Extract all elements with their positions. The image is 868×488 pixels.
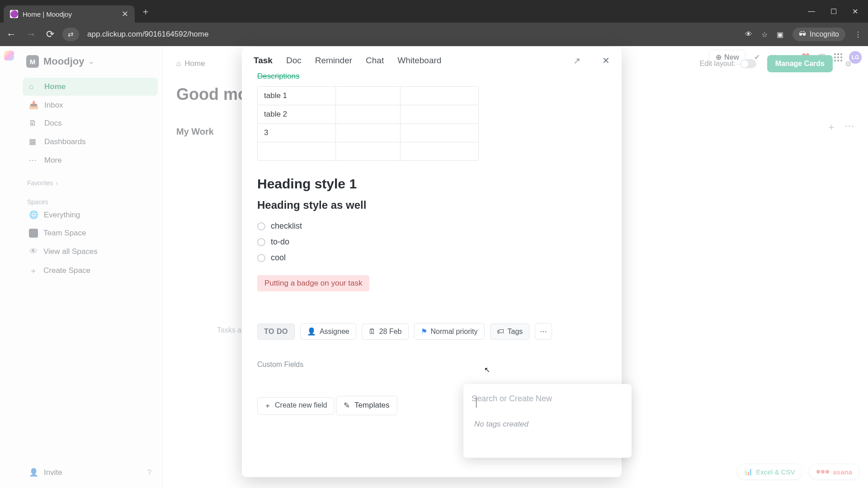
templates-button[interactable]: ✎ Templates — [336, 396, 397, 415]
bookmark-icon[interactable]: ☆ — [761, 30, 768, 39]
more-chip[interactable]: ⋯ — [535, 323, 552, 340]
custom-fields-label: Custom Fields — [257, 361, 606, 369]
window-controls: — ☐ ✕ — [808, 7, 864, 16]
checklist-item[interactable]: to-do — [257, 237, 606, 247]
priority-chip[interactable]: ⚑ Normal priority — [414, 323, 485, 340]
calendar-icon: 🗓 — [368, 328, 376, 336]
date-chip[interactable]: 🗓 28 Feb — [362, 324, 409, 340]
incognito-badge[interactable]: 🕶 Incognito — [793, 28, 845, 41]
tag-icon: 🏷 — [497, 328, 504, 336]
close-icon[interactable]: ✕ — [602, 55, 610, 66]
tags-chip[interactable]: 🏷 Tags — [490, 324, 530, 340]
flag-icon: ⚑ — [421, 327, 427, 336]
modal-tab-reminder[interactable]: Reminder — [315, 56, 352, 66]
checkbox-icon[interactable] — [257, 238, 265, 246]
person-icon: 👤 — [307, 327, 316, 336]
modal-tab-chat[interactable]: Chat — [366, 56, 384, 66]
modal-tab-task[interactable]: Task — [254, 56, 273, 66]
eye-off-icon[interactable]: 👁 — [745, 30, 752, 38]
expand-icon[interactable]: ↗ — [573, 56, 580, 66]
checklist-item[interactable]: checklist — [257, 221, 606, 231]
wand-icon: ✎ — [344, 401, 350, 410]
browser-tab-strip: 🟣 Home | Moodjoy ✕ ＋ — ☐ ✕ — [0, 0, 868, 23]
back-icon[interactable]: ← — [6, 28, 16, 40]
tab-title: Home | Moodjoy — [23, 10, 72, 18]
address-bar: ← → ⟳ ⇄ app.clickup.com/9016164592/home … — [0, 23, 868, 46]
tags-popover: No tags created — [463, 384, 632, 458]
table-cell[interactable]: table 1 — [258, 87, 336, 105]
status-chip[interactable]: TO DO — [257, 324, 295, 340]
table-cell[interactable]: 3 — [258, 124, 336, 142]
browser-tab[interactable]: 🟣 Home | Moodjoy ✕ — [4, 5, 135, 23]
site-info-icon[interactable]: ⇄ — [62, 28, 79, 41]
description-table[interactable]: table 1 table 2 3 — [257, 86, 479, 161]
browser-menu-icon[interactable]: ⋮ — [854, 30, 862, 39]
heading-2[interactable]: Heading style as well — [257, 199, 606, 211]
heading-1[interactable]: Heading style 1 — [257, 176, 606, 192]
panel-icon[interactable]: ▣ — [777, 30, 783, 39]
checklist-item[interactable]: cool — [257, 253, 606, 263]
tags-empty-state: No tags created — [470, 407, 625, 451]
tab-close-icon[interactable]: ✕ — [122, 9, 128, 19]
forward-icon[interactable]: → — [26, 28, 36, 40]
table-cell[interactable] — [258, 142, 336, 160]
tags-search-input[interactable] — [470, 390, 625, 407]
incognito-icon: 🕶 — [799, 30, 806, 38]
text-caret — [476, 397, 476, 408]
create-field-button[interactable]: ＋ Create new field — [257, 397, 334, 415]
url-text[interactable]: app.clickup.com/9016164592/home — [87, 30, 208, 39]
table-cell[interactable]: table 2 — [258, 105, 336, 123]
checkbox-icon[interactable] — [257, 254, 265, 262]
task-badge[interactable]: Putting a badge on your task — [257, 275, 369, 291]
plus-icon: ＋ — [264, 401, 271, 411]
descriptions-label: Descriptions — [257, 72, 606, 81]
reload-icon[interactable]: ⟳ — [46, 28, 54, 40]
checkbox-icon[interactable] — [257, 222, 265, 230]
modal-tab-whiteboard[interactable]: Whiteboard — [397, 56, 441, 66]
modal-tab-doc[interactable]: Doc — [286, 56, 302, 66]
minimize-icon[interactable]: — — [808, 7, 815, 16]
maximize-icon[interactable]: ☐ — [830, 7, 837, 16]
favicon-icon: 🟣 — [10, 10, 18, 18]
new-tab-button[interactable]: ＋ — [141, 5, 150, 18]
assignee-chip[interactable]: 👤 Assignee — [300, 323, 356, 340]
close-window-icon[interactable]: ✕ — [852, 7, 858, 16]
